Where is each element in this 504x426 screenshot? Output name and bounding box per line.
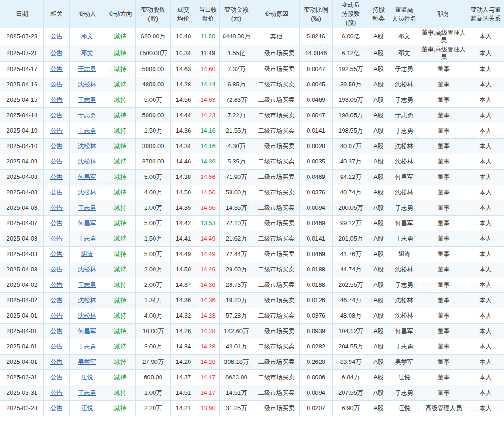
announcement-link[interactable]: 公告 (50, 142, 63, 149)
cell-ratio: 0.0094 (300, 385, 333, 401)
announcement-link[interactable]: 公告 (50, 81, 63, 88)
cell-reason: 二级市场买卖 (253, 401, 300, 416)
announcement-link[interactable]: 公告 (50, 112, 63, 119)
person-link[interactable]: 胡涛 (81, 250, 93, 257)
person-link[interactable]: 于志勇 (78, 127, 96, 134)
person-link[interactable]: 何昌军 (78, 220, 96, 227)
cell-relation: 本人 (467, 293, 504, 308)
announcement-link[interactable]: 公告 (50, 250, 63, 257)
person-link[interactable]: 于志勇 (78, 343, 96, 350)
cell-amount: 28.73万 (220, 277, 253, 293)
cell-related: 公告 (44, 92, 70, 108)
announcement-link[interactable]: 公告 (50, 158, 63, 165)
table-row: 2025-04-01 公告 吴学军 减持 27.90万 14.20 14.28 … (0, 355, 504, 370)
person-link[interactable]: 沈松林 (78, 142, 96, 149)
table-row: 2025-03-31 公告 于志勇 减持 1.00万 14.51 14.17 1… (0, 385, 504, 401)
announcement-link[interactable]: 公告 (50, 281, 63, 288)
announcement-link[interactable]: 公告 (50, 343, 63, 350)
cell-shares: 4.00万 (136, 185, 171, 200)
person-link[interactable]: 汪悦 (81, 374, 93, 381)
cell-amount: 396.18万 (220, 355, 253, 370)
announcement-link[interactable]: 公告 (50, 220, 63, 227)
announcement-link[interactable]: 公告 (50, 389, 63, 396)
person-link[interactable]: 于志勇 (78, 235, 96, 242)
announcement-link[interactable]: 公告 (50, 96, 63, 103)
cell-direction: 减持 (105, 45, 136, 62)
cell-reason: 二级市场买卖 (253, 123, 300, 139)
cell-shares: 5.00万 (136, 247, 171, 262)
person-link[interactable]: 汪悦 (81, 405, 93, 412)
cell-exec-name: 何昌军 (388, 170, 420, 185)
cell-date: 2025-04-16 (0, 77, 44, 92)
cell-direction: 减持 (105, 139, 136, 154)
person-link[interactable]: 于志勇 (78, 112, 96, 119)
cell-direction: 减持 (105, 324, 136, 339)
person-link[interactable]: 于志勇 (78, 389, 96, 396)
cell-position: 董事 (420, 262, 467, 277)
person-link[interactable]: 于志勇 (78, 96, 96, 103)
cell-amount: 72.44万 (220, 247, 253, 262)
announcement-link[interactable]: 公告 (50, 235, 63, 242)
announcement-link[interactable]: 公告 (50, 358, 63, 365)
cell-after-shares: 193.05万 (333, 92, 369, 108)
announcement-link[interactable]: 公告 (50, 204, 63, 211)
person-link[interactable]: 沈松林 (78, 312, 96, 319)
announcement-link[interactable]: 公告 (50, 312, 63, 319)
cell-close-price: 14.16 (196, 139, 220, 154)
announcement-link[interactable]: 公告 (50, 189, 63, 196)
cell-amount: 14.51万 (220, 385, 253, 401)
cell-direction: 减持 (105, 370, 136, 385)
person-link[interactable]: 吴学军 (78, 358, 96, 365)
announcement-link[interactable]: 公告 (50, 297, 63, 304)
cell-relation: 本人 (467, 92, 504, 108)
announcement-link[interactable]: 公告 (50, 374, 63, 381)
person-link[interactable]: 何昌军 (78, 327, 96, 334)
person-link[interactable]: 于志勇 (78, 65, 96, 72)
person-link[interactable]: 沈松林 (78, 266, 96, 273)
announcement-link[interactable]: 公告 (50, 405, 63, 412)
cell-shares: 4800.00 (136, 77, 171, 92)
cell-shares: 1500.00万 (136, 45, 171, 62)
announcement-link[interactable]: 公告 (50, 327, 63, 334)
cell-amount: 58.00万 (220, 185, 253, 200)
cell-amount: 57.28万 (220, 308, 253, 324)
table-row: 2025-04-08 公告 于志勇 减持 1.00万 14.35 14.56 1… (0, 200, 504, 216)
person-link[interactable]: 于志勇 (78, 281, 96, 288)
announcement-link[interactable]: 公告 (50, 173, 63, 180)
person-link[interactable]: 邓文 (81, 50, 93, 57)
cell-exec-name: 于志勇 (388, 62, 420, 77)
cell-after-shares: 40.37万 (333, 154, 369, 170)
announcement-link[interactable]: 公告 (50, 33, 63, 40)
cell-close-price: 14.44 (196, 77, 220, 92)
cell-position: 董事 (420, 185, 467, 200)
person-link[interactable]: 沈松林 (78, 158, 96, 165)
cell-close-price: 14.49 (196, 231, 220, 247)
announcement-link[interactable]: 公告 (50, 266, 63, 273)
cell-close-price: 14.63 (196, 92, 220, 108)
cell-position: 董事,高级管理人员 (420, 28, 467, 45)
announcement-link[interactable]: 公告 (50, 65, 63, 72)
cell-related: 公告 (44, 247, 70, 262)
cell-after-shares: 94.12万 (333, 170, 369, 185)
cell-after-shares: 6.06亿 (333, 28, 369, 45)
cell-date: 2025-04-01 (0, 324, 44, 339)
cell-avg-price: 14.37 (171, 370, 196, 385)
cell-ratio: 0.0047 (300, 62, 333, 77)
cell-date: 2025-07-21 (0, 45, 44, 62)
cell-avg-price: 14.26 (171, 324, 196, 339)
cell-close-price: 14.36 (196, 293, 220, 308)
cell-person: 邓文 (70, 28, 105, 45)
cell-amount: 21.55万 (220, 123, 253, 139)
cell-shares: 3700.00 (136, 154, 171, 170)
cell-shares: 620.00万 (136, 28, 171, 45)
cell-position: 董事 (420, 154, 467, 170)
person-link[interactable]: 邓文 (81, 33, 93, 40)
person-link[interactable]: 沈松林 (78, 81, 96, 88)
person-link[interactable]: 于志勇 (78, 204, 96, 211)
announcement-link[interactable]: 公告 (50, 127, 63, 134)
person-link[interactable]: 何昌军 (78, 173, 96, 180)
person-link[interactable]: 沈松林 (78, 189, 96, 196)
announcement-link[interactable]: 公告 (50, 50, 63, 57)
cell-close-price: 13.90 (196, 401, 220, 416)
person-link[interactable]: 沈松林 (78, 297, 96, 304)
